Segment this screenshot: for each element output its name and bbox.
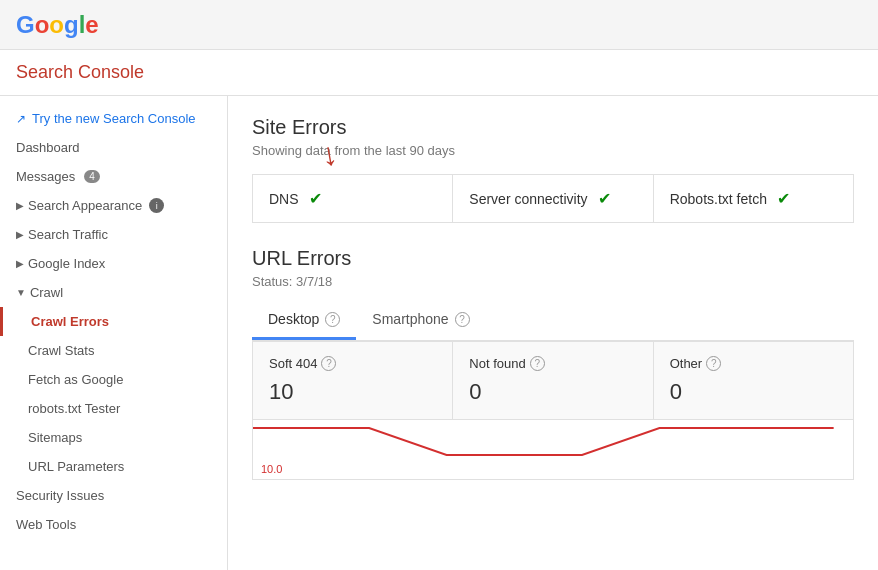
external-link-icon: ↗ [16,112,26,126]
tab-desktop[interactable]: Desktop ? [252,301,356,340]
logo-o1: o [35,11,50,39]
smartphone-help-icon[interactable]: ? [455,312,470,327]
soft404-value: 10 [269,379,436,405]
other-value: 0 [670,379,837,405]
chart-y-label: 10.0 [261,463,282,475]
sidebar-item-messages[interactable]: Messages 4 [0,162,227,191]
url-error-cards: Soft 404 ? 10 Not found ? 0 Other ? 0 [252,341,854,420]
sidebar-item-google-index[interactable]: ▶ Google Index [0,249,227,278]
robots-fetch-card: Robots.txt fetch ✔ [654,175,853,222]
server-connectivity-card: Server connectivity ✔ [453,175,653,222]
chart-area: 10.0 [252,420,854,480]
collapse-icon: ▶ [16,200,24,211]
status-text: Status: 3/7/18 [252,274,854,289]
server-connectivity-check-icon: ✔ [598,189,611,208]
sidebar-item-web-tools[interactable]: Web Tools [0,510,227,539]
collapse-icon: ▶ [16,258,24,269]
sidebar-item-robots-tester[interactable]: robots.txt Tester [0,394,227,423]
url-errors-tabs: Desktop ? Smartphone ? [252,301,854,341]
sidebar-item-crawl-stats[interactable]: Crawl Stats [0,336,227,365]
server-connectivity-label: Server connectivity [469,191,587,207]
sidebar-item-search-appearance[interactable]: ▶ Search Appearance i [0,191,227,220]
sidebar-item-sitemaps[interactable]: Sitemaps [0,423,227,452]
site-errors-subtitle: Showing data from the last 90 days [252,143,854,158]
sidebar-item-url-parameters[interactable]: URL Parameters [0,452,227,481]
not-found-title: Not found ? [469,356,636,371]
sidebar-item-crawl[interactable]: ▼ Crawl [0,278,227,307]
logo-g: G [16,11,35,39]
logo-e: e [85,11,98,39]
main-content: Site Errors Showing data from the last 9… [228,96,878,570]
robots-fetch-check-icon: ✔ [777,189,790,208]
other-card: Other ? 0 [654,342,853,419]
other-title: Other ? [670,356,837,371]
header: Google [0,0,878,50]
chart-svg [253,420,853,480]
dns-card: DNS ✔ [253,175,453,222]
not-found-help-icon[interactable]: ? [530,356,545,371]
other-help-icon[interactable]: ? [706,356,721,371]
logo-g2: g [64,11,79,39]
sidebar-item-try-new[interactable]: ↗ Try the new Search Console [0,104,227,133]
sidebar: ↗ Try the new Search Console Dashboard M… [0,96,228,570]
dns-check-icon: ✔ [309,189,322,208]
sidebar-item-fetch-as-google[interactable]: Fetch as Google [0,365,227,394]
body-layout: ↗ Try the new Search Console Dashboard M… [0,96,878,570]
sidebar-item-search-traffic[interactable]: ▶ Search Traffic [0,220,227,249]
messages-badge: 4 [84,170,100,183]
info-icon: i [149,198,164,213]
url-errors-title: URL Errors [252,247,854,270]
logo-o2: o [49,11,64,39]
google-logo: Google [16,11,99,39]
subheader: Search Console [0,50,878,96]
sidebar-item-dashboard[interactable]: Dashboard [0,133,227,162]
site-error-cards: DNS ✔ Server connectivity ✔ Robots.txt f… [252,174,854,223]
soft404-title: Soft 404 ? [269,356,436,371]
soft404-help-icon[interactable]: ? [321,356,336,371]
dns-label: DNS [269,191,299,207]
app-title: Search Console [16,62,144,83]
soft404-card: Soft 404 ? 10 [253,342,453,419]
tab-smartphone[interactable]: Smartphone ? [356,301,485,340]
robots-fetch-label: Robots.txt fetch [670,191,767,207]
site-errors-title: Site Errors [252,116,854,139]
collapse-icon: ▶ [16,229,24,240]
not-found-value: 0 [469,379,636,405]
sidebar-item-security-issues[interactable]: Security Issues [0,481,227,510]
not-found-card: Not found ? 0 [453,342,653,419]
sidebar-item-crawl-errors[interactable]: Crawl Errors [0,307,227,336]
collapse-icon: ▼ [16,287,26,298]
logo-l: l [79,11,86,39]
desktop-help-icon[interactable]: ? [325,312,340,327]
